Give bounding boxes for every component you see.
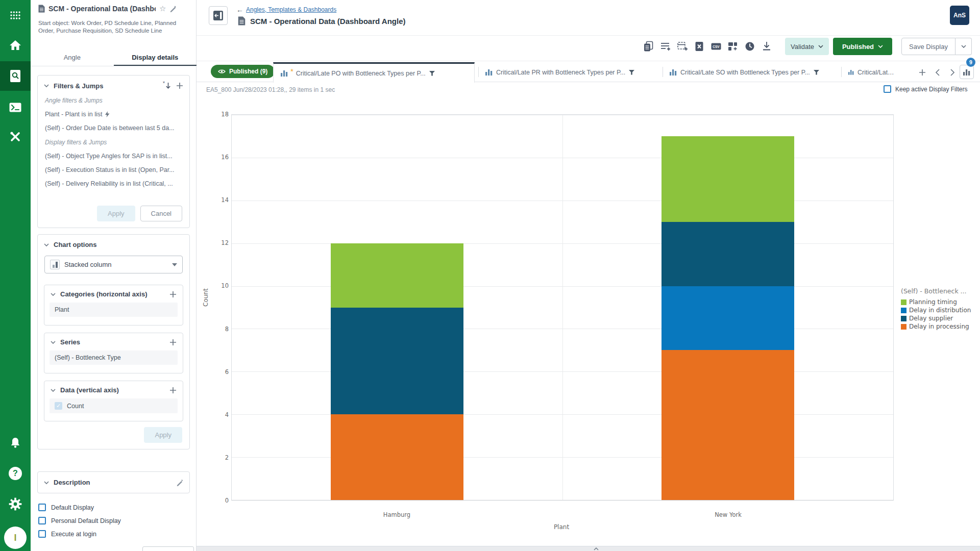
edit-pencil-icon[interactable] <box>169 5 177 12</box>
stacked-column[interactable] <box>331 115 463 500</box>
keep-filters-checkbox[interactable] <box>884 85 891 93</box>
home-button[interactable] <box>0 31 31 59</box>
add-pivot-table-icon[interactable] <box>676 40 689 53</box>
settings-button[interactable] <box>0 490 31 518</box>
bar-segment[interactable] <box>331 308 463 415</box>
data-item-label: Count <box>67 403 84 410</box>
bar-segment[interactable] <box>662 222 794 286</box>
collapse-panel-button[interactable] <box>209 6 228 25</box>
add-series-icon[interactable] <box>169 339 177 346</box>
tab-angle[interactable]: Angle <box>31 50 114 66</box>
apps-grid-button[interactable] <box>0 1 31 30</box>
angle-filter-list: Plant - Plant is in list(Self) - Order D… <box>38 111 189 132</box>
display-option-checkbox[interactable] <box>38 517 46 524</box>
document-search-icon <box>10 69 21 83</box>
add-filter-plus-icon[interactable] <box>176 82 183 89</box>
filter-item[interactable]: Plant - Plant is in list <box>45 111 182 118</box>
tabs-scroll-left-icon[interactable] <box>935 69 940 76</box>
category-item[interactable]: Plant <box>50 303 178 317</box>
stacked-column[interactable] <box>662 115 794 500</box>
data-header: Data (vertical axis) <box>60 386 165 394</box>
filter-funnel-icon[interactable] <box>629 70 634 75</box>
add-category-icon[interactable] <box>169 291 177 298</box>
published-button[interactable]: Published <box>833 38 892 55</box>
bar-segment[interactable] <box>662 350 794 500</box>
display-option-checkbox[interactable] <box>38 530 46 538</box>
bar-segment[interactable] <box>331 243 463 308</box>
chart-type-select[interactable]: Stacked column <box>44 256 183 273</box>
edit-description-icon[interactable] <box>176 479 183 486</box>
validate-button[interactable]: Validate <box>785 38 829 55</box>
panel-tabs: Angle Display details <box>31 50 197 66</box>
chevron-down-icon[interactable] <box>44 243 49 246</box>
filters-cancel-button[interactable]: Cancel <box>140 206 182 221</box>
download-icon[interactable] <box>761 40 773 53</box>
tools-button[interactable] <box>0 122 31 151</box>
chevron-down-icon <box>878 45 883 48</box>
explore-documents-button[interactable] <box>0 61 31 91</box>
export-excel-icon[interactable] <box>693 40 705 53</box>
chevron-down-icon[interactable] <box>51 389 56 392</box>
clipped-panel-element <box>142 546 194 551</box>
schedule-clock-icon[interactable] <box>744 40 756 53</box>
chevron-down-icon[interactable] <box>51 293 56 296</box>
filter-funnel-icon[interactable] <box>429 71 435 76</box>
filter-funnel-icon[interactable] <box>814 70 819 75</box>
terminal-button[interactable] <box>0 93 31 121</box>
filter-item[interactable]: (Self) - Execution Status is in list (Op… <box>45 166 182 173</box>
display-tab[interactable]: Critical/Late SO with Bottleneck Types p… <box>663 62 831 82</box>
legend-item[interactable]: Delay in processing <box>901 322 977 331</box>
chevron-down-icon[interactable] <box>44 84 49 87</box>
display-filter-list: (Self) - Object Type Angles for SAP is i… <box>38 153 189 187</box>
series-item[interactable]: (Self) - Bottleneck Type <box>50 350 178 365</box>
gridline <box>562 115 563 500</box>
display-option-checkbox[interactable] <box>38 504 46 511</box>
bar-segment[interactable] <box>662 136 794 222</box>
save-display-menu-button[interactable] <box>955 38 972 55</box>
filter-item[interactable]: (Self) - Object Type Angles for SAP is i… <box>45 153 182 160</box>
bar-segment[interactable] <box>662 286 794 350</box>
add-to-dashboard-icon[interactable] <box>727 40 739 53</box>
y-tick-label: 14 <box>221 196 229 204</box>
user-avatar-button[interactable]: I <box>0 523 31 551</box>
legend-item[interactable]: Delay supplier <box>901 314 977 322</box>
user-initials-badge[interactable]: AnS <box>950 6 969 25</box>
query-status-text: EA5_800 Jun/28/2023 01:28,, 29 items in … <box>206 86 335 93</box>
data-item[interactable]: ✓Count <box>50 398 178 413</box>
collapse-footer-bar[interactable] <box>197 546 980 551</box>
filters-apply-button[interactable]: Apply <box>97 206 135 221</box>
favorite-star-icon[interactable]: ☆ <box>159 4 166 13</box>
published-count-badge[interactable]: Published (9) <box>211 65 275 78</box>
bar-segment[interactable] <box>331 414 463 500</box>
save-display-button[interactable]: Save Display <box>901 38 955 55</box>
all-displays-button[interactable] <box>960 65 974 79</box>
eye-icon <box>218 69 226 74</box>
chevron-down-icon[interactable] <box>44 481 49 484</box>
add-display-icon[interactable] <box>919 69 926 76</box>
breadcrumb[interactable]: Angles, Templates & Dashboards <box>246 6 336 13</box>
display-tab[interactable]: Critical/Late WO <box>841 62 901 82</box>
chart-plot-area[interactable] <box>231 114 894 500</box>
series-section: Series (Self) - Bottleneck Type <box>44 333 183 373</box>
display-tab[interactable]: Critical/Late PR with Bottleneck Types p… <box>478 62 647 82</box>
add-fields-icon[interactable] <box>659 40 672 53</box>
legend-item[interactable]: Delay in distribution <box>901 306 977 314</box>
help-button[interactable]: ? <box>0 459 31 488</box>
display-tab[interactable]: *Critical/Late PO with Bottleneck Types … <box>273 62 475 83</box>
filter-item[interactable]: (Self) - Order Due Date is between last … <box>45 124 182 132</box>
data-item-checkbox[interactable]: ✓ <box>55 402 62 410</box>
chevron-down-icon[interactable] <box>51 341 56 344</box>
copy-display-icon[interactable] <box>643 40 655 53</box>
add-data-icon[interactable] <box>169 387 177 394</box>
display-option-label: Personal Default Display <box>51 517 121 524</box>
export-csv-icon[interactable]: CSV <box>710 40 722 53</box>
display-tab-label: Critical/Late WO <box>857 69 894 76</box>
tab-display-details[interactable]: Display details <box>114 50 197 66</box>
back-arrow-icon[interactable]: ← <box>236 6 243 14</box>
notifications-button[interactable] <box>0 429 31 457</box>
legend-item[interactable]: Planning timing <box>901 298 977 306</box>
chart-options-apply-button[interactable]: Apply <box>144 427 182 443</box>
add-jump-icon[interactable]: * <box>163 82 172 90</box>
tabs-scroll-right-icon[interactable] <box>950 69 955 76</box>
filter-item[interactable]: (Self) - Delivery Reliability is in list… <box>45 180 182 187</box>
